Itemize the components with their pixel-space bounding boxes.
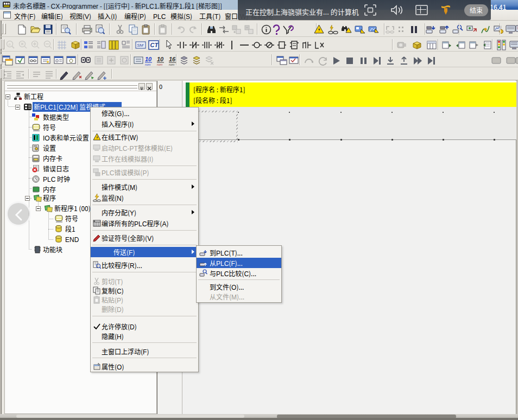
svg-text:rom: rom xyxy=(157,63,162,66)
svg-text:SM: SM xyxy=(137,43,143,48)
svg-text:10: 10 xyxy=(145,56,152,62)
svg-text:a: a xyxy=(8,41,11,47)
svg-text:10: 10 xyxy=(157,56,164,62)
svg-text:16: 16 xyxy=(169,56,176,62)
svg-text:rom: rom xyxy=(145,63,150,66)
svg-text:CT: CT xyxy=(150,42,159,48)
svg-text:rom: rom xyxy=(169,63,174,66)
